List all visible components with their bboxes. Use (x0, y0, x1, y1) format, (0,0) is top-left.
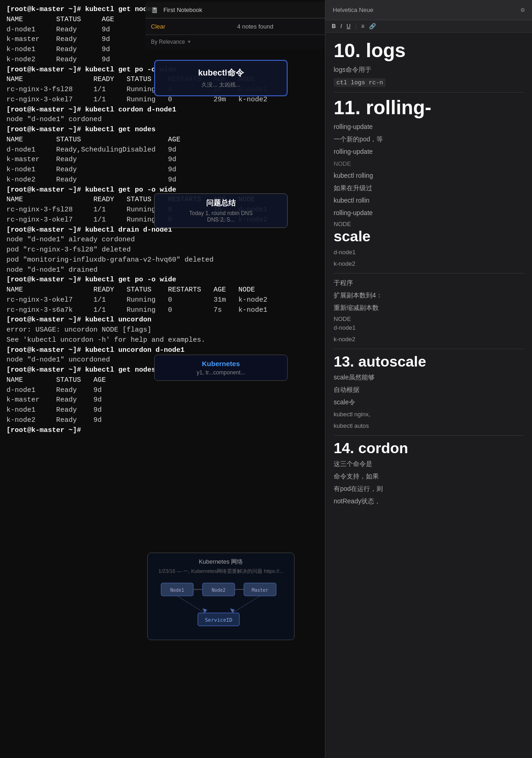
section-11-body3: rolling-update (334, 147, 524, 157)
section-10: 10. logs logs命令用于 ctl logs rc-n (334, 40, 524, 87)
notes-header-icon: 📓 (151, 7, 158, 13)
divider-4 (334, 435, 524, 436)
toolbar-item-link[interactable]: 🔗 (369, 23, 376, 29)
section-14-body1: 这三个命令是 (334, 459, 524, 469)
section-13-body5: kubectl autos (334, 421, 524, 431)
section-12: 于程序 扩展副本数到4： 重新缩减副本数 NODE d-node1 k-node… (334, 278, 524, 344)
svg-marker-13 (230, 608, 235, 613)
section-11: 11. rolling- rolling-update 一个新的pod，等 ro… (334, 97, 524, 268)
search-count: 4 notes found (171, 23, 340, 30)
notes-notebook-title: First Notebook (163, 6, 202, 13)
section-14-body2: 命令支持，如果 (334, 472, 524, 481)
svg-text:Node1: Node1 (170, 588, 184, 593)
font-label: Helvetica Neue (333, 6, 373, 13)
right-panel-toolbar: B I U | ≡ 🔗 (325, 20, 532, 33)
section-12-body2: 扩展副本数到4： (334, 291, 524, 300)
section-10-body: logs命令用于 (334, 65, 524, 75)
network-diagram: Node1 Node2 Master ServiceID (156, 578, 285, 634)
svg-marker-12 (202, 608, 207, 613)
card-k8s[interactable]: Kubernetes y1, tr...component... (154, 355, 288, 381)
svg-text:Master: Master (252, 588, 268, 593)
toolbar-item-bold[interactable]: B (332, 23, 336, 29)
section-11-d-node: d-node1 (334, 248, 524, 257)
toolbar-item-list[interactable]: ≡ (361, 23, 364, 29)
sort-label[interactable]: By Relevance (151, 39, 185, 45)
right-panel-header: Helvetica Neue ⚙ (325, 0, 532, 20)
divider-1 (334, 92, 524, 93)
section-11-body4: 如果在升级过 (334, 183, 524, 193)
card-network-date: 1/23/16 — 一, Kubernetes网络需要解决的问题 https:/… (154, 568, 288, 575)
section-13-body4: kubectl nginx, (334, 410, 524, 419)
card-k8s-subtext: y1, tr...component... (161, 369, 281, 376)
card-kubectl-match: 久没... 太凶残... (162, 81, 279, 89)
card-kubectl[interactable]: kubectl命令 久没... 太凶残... (154, 60, 288, 96)
svg-line-11 (232, 596, 260, 613)
section-14: 14. cordon 这三个命令是 命令支持，如果 有pod在运行，则 notR… (334, 440, 524, 506)
section-10-code: ctl logs rc-n (334, 77, 524, 87)
sort-chevron-icon: ▼ (188, 40, 191, 45)
panel-options-icon[interactable]: ⚙ (521, 6, 525, 14)
section-11-k-node: k-node2 (334, 259, 524, 268)
section-14-heading: 14. cordon (334, 440, 524, 456)
section-11-body1: rolling-update (334, 122, 524, 132)
section-14-body4: notReady状态， (334, 496, 524, 506)
section-11-body6: rolling-update (334, 208, 524, 218)
toolbar-item-underline[interactable]: U (347, 23, 351, 29)
card-network-title: Kubernetes 网络 (154, 558, 288, 566)
section-11-node1: kubectl rolling (334, 171, 524, 181)
svg-text:Node2: Node2 (212, 588, 226, 593)
toolbar-item-italic[interactable]: I (341, 23, 342, 29)
card-kubectl-title: kubectl命令 (162, 67, 279, 78)
section-13-body1: scale虽然能够 (334, 373, 524, 382)
section-11-body2: 一个新的pod，等 (334, 134, 524, 144)
svg-text:ServiceID: ServiceID (205, 617, 232, 623)
section-11-node-label: NODE (334, 159, 524, 169)
section-14-body3: 有pod在运行，则 (334, 484, 524, 494)
clear-button[interactable]: Clear (151, 23, 165, 30)
svg-line-10 (177, 596, 205, 613)
right-panel: Helvetica Neue ⚙ B I U | ≡ 🔗 10. logs lo… (325, 0, 532, 758)
card-network[interactable]: Kubernetes 网络 1/23/16 — 一, Kubernetes网络需… (147, 553, 295, 640)
section-13-heading: 13. autoscale (334, 354, 524, 370)
section-11-node2-label: NODE (334, 221, 524, 227)
section-12-body3: 重新缩减副本数 (334, 303, 524, 313)
section-13: 13. autoscale scale虽然能够 自动根据 scale令 kube… (334, 354, 524, 431)
divider-3 (334, 349, 524, 349)
section-10-heading: 10. logs (334, 40, 524, 61)
divider-2 (334, 273, 524, 274)
card-k8s-title: Kubernetes (161, 360, 281, 367)
card-issues-date: Today 1, round robin DNS DNS 2, S... (161, 210, 281, 223)
section-11-heading: 11. rolling- (334, 97, 524, 118)
card-issues-title: 问题总结 (161, 198, 281, 208)
section-12-body1: 于程序 (334, 278, 524, 288)
section-13-body2: 自动根据 (334, 385, 524, 395)
section-13-body3: scale令 (334, 397, 524, 407)
right-panel-content: 10. logs logs命令用于 ctl logs rc-n 11. roll… (325, 33, 532, 516)
card-issues[interactable]: 问题总结 Today 1, round robin DNS DNS 2, S..… (154, 193, 288, 228)
section-11-body5: kubectl rollin (334, 196, 524, 205)
